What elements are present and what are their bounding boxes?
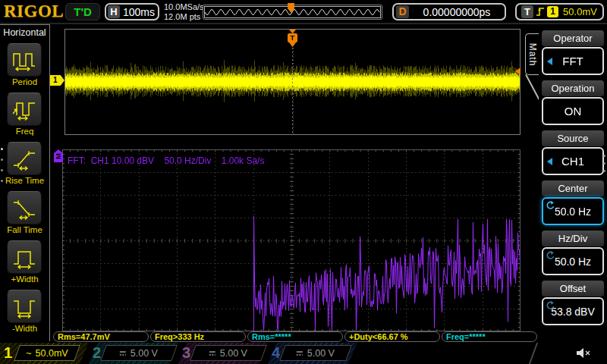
channel2-scale: 5.00 V <box>131 348 158 359</box>
rise-time-button[interactable] <box>7 142 42 175</box>
measurement-box[interactable]: +Duty<66.67 % <box>344 331 440 342</box>
channel-status-bar: 1 2 3 4 ~ 50.0mV 5.00 V <box>0 343 607 364</box>
channel4-scale: 5.00 V <box>307 348 335 359</box>
top-status-bar: RIGOL T'D H 100ms 10.0MSa/s 12.0M pts D … <box>0 0 607 24</box>
menu-value-operation[interactable]: ON <box>542 97 604 125</box>
sidebar-item-label: Rise Time <box>0 176 49 185</box>
channel1-scale-box[interactable]: ~ 50.0mV <box>14 345 80 361</box>
menu-value-operator[interactable]: FFT <box>542 47 604 75</box>
sidebar-item-label: Freq <box>0 127 49 136</box>
trigger-label: T <box>521 5 533 18</box>
minus-width-icon <box>11 295 37 318</box>
channel3-number[interactable]: 3 <box>182 344 190 362</box>
freq-icon <box>11 98 37 121</box>
horizontal-timebase-control[interactable]: H 100ms <box>105 3 159 20</box>
dc-coupling-icon <box>209 350 216 356</box>
page-indicator-dot <box>1 148 3 150</box>
period-button[interactable] <box>7 43 42 77</box>
channel1-number[interactable]: 1 <box>4 344 12 362</box>
menu-label-offset: Offset <box>542 281 604 297</box>
measurement-text-3: +Duty<66.67 % <box>349 332 408 341</box>
oscilloscope-screen: RIGOL T'D H 100ms 10.0MSa/s 12.0M pts D … <box>0 0 607 364</box>
rise-time-icon <box>11 147 37 171</box>
fft-trace <box>62 149 521 331</box>
rising-edge-icon <box>536 6 545 17</box>
page-indicator-dot <box>603 170 605 172</box>
fall-time-icon <box>11 196 37 220</box>
knob-icon <box>545 200 555 210</box>
menu-label-hzdiv: Hz/Div <box>542 231 604 246</box>
sample-rate: 10.0MSa/s <box>164 2 204 12</box>
sidebar-item-label: +Width <box>0 275 49 284</box>
trigger-level-value: 50.0mV <box>561 6 599 17</box>
ac-coupling-icon: ~ <box>26 347 32 359</box>
trigger-status-text: T'D <box>74 5 92 18</box>
page-indicator-dot <box>1 180 3 182</box>
math-menu-tab[interactable]: Math <box>525 33 539 75</box>
page-indicator-dot <box>603 162 605 165</box>
math-menu: Operator FFT Operation ON Source CH1 Cen… <box>539 24 607 343</box>
delay-display[interactable]: D 0.00000000ps <box>392 3 506 20</box>
dc-coupling-icon <box>296 350 304 356</box>
trigger-info[interactable]: T 1 50.0mV <box>515 3 604 20</box>
measurement-box[interactable]: Rms=***** <box>247 331 343 342</box>
measurement-text-0: Rms=47.7mV <box>58 332 110 341</box>
channel3-scale: 5.00 V <box>220 348 247 359</box>
menu-label-center: Center <box>542 180 604 196</box>
menu-value-offset[interactable]: 53.8 dBV <box>542 297 604 325</box>
fall-time-button[interactable] <box>7 191 42 224</box>
measurement-text-1: Freq>333 Hz <box>155 332 204 341</box>
plus-width-icon <box>11 246 37 269</box>
trigger-position-line <box>292 48 293 134</box>
dc-coupling-icon <box>119 350 127 356</box>
rigol-logo: RIGOL <box>4 2 64 21</box>
channel-bar-divider <box>529 343 538 364</box>
timebase-value: 100ms <box>120 6 158 18</box>
knob-icon <box>545 300 555 310</box>
left-menu-title: Horizontal <box>0 27 49 38</box>
submenu-arrow-icon <box>547 58 552 65</box>
measurement-text-2: Rms=***** <box>252 332 291 341</box>
channel2-scale-box[interactable]: 5.00 V <box>100 345 178 361</box>
waveform-preview-strip[interactable] <box>203 5 382 20</box>
speaker-muted-icon[interactable] <box>575 347 592 360</box>
fft-display <box>62 149 521 331</box>
measurement-box[interactable]: Freq=***** <box>442 331 537 342</box>
channel3-scale-box[interactable]: 5.00 V <box>190 345 267 361</box>
sidebar-item-label: Fall Time <box>0 225 49 234</box>
submenu-arrow-icon <box>547 158 552 165</box>
minus-width-button[interactable] <box>7 290 42 323</box>
trigger-position-marker[interactable]: T <box>288 33 297 42</box>
page-indicator-dot <box>603 155 605 157</box>
page-indicator-dot <box>1 158 3 161</box>
delay-value: 0.00000000ps <box>409 6 505 18</box>
menu-label-operation: Operation <box>542 80 604 96</box>
menu-value-hzdiv[interactable]: 50.0 Hz <box>542 247 604 275</box>
sidebar-item-label: Period <box>0 77 49 86</box>
period-icon <box>11 49 37 72</box>
channel2-number[interactable]: 2 <box>93 344 101 362</box>
measurement-box[interactable]: Freq>333 Hz <box>150 331 246 342</box>
channel4-scale-box[interactable]: 5.00 V <box>279 345 352 361</box>
h-label: H <box>108 5 120 18</box>
ch1-level-marker[interactable]: 1 <box>50 75 64 86</box>
trigger-status-badge: T'D <box>65 3 100 20</box>
channel4-number[interactable]: 4 <box>272 344 280 362</box>
plus-width-button[interactable] <box>7 240 42 274</box>
delay-label: D <box>396 5 409 18</box>
knob-icon <box>545 250 555 260</box>
trigger-source-badge: 1 <box>547 6 558 17</box>
measurement-box[interactable]: Rms=47.7mV <box>53 331 149 342</box>
horizontal-measure-menu: Horizontal Period Freq <box>0 24 50 341</box>
menu-value-source[interactable]: CH1 <box>542 147 604 175</box>
measurement-text-4: Freq=***** <box>446 332 486 341</box>
freq-button[interactable] <box>7 93 42 126</box>
fft-settings-label: FFT: CH1 10.00 dBV 50.0 Hz/Div 1.00k Sa/… <box>68 155 264 166</box>
menu-label-operator: Operator <box>542 30 604 46</box>
menu-label-source: Source <box>542 130 604 146</box>
sidebar-item-label: -Width <box>0 324 49 333</box>
page-indicator-dot <box>1 169 3 171</box>
menu-value-center[interactable]: 50.0 Hz <box>542 197 604 225</box>
channel1-scale: 50.0mV <box>36 348 68 359</box>
memory-depth: 12.0M pts <box>164 12 204 22</box>
